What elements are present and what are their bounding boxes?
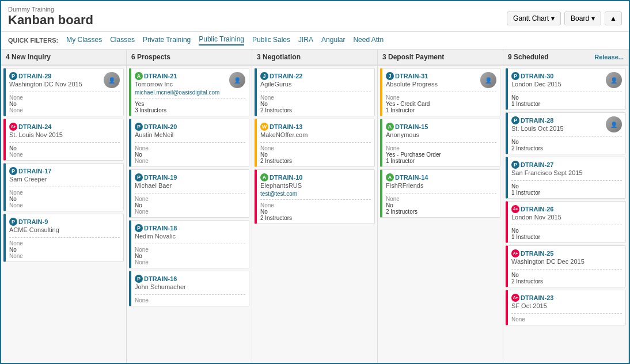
card-id-dtrain-26[interactable]: DTRAIN-26 <box>521 206 553 213</box>
board-button[interactable]: Board ▾ <box>564 12 601 25</box>
card-fields-dtrain-24: No None <box>9 145 120 158</box>
card-id-dtrain-31[interactable]: DTRAIN-31 <box>395 73 428 79</box>
collapse-button[interactable]: ▲ <box>605 12 622 25</box>
card-fields-dtrain-10: None No 2 Instructors <box>260 202 371 221</box>
badge-dtrain-30: P <box>511 72 519 80</box>
card-dtrain-15: A DTRAIN-15 Anonymous None Yes - Purchas… <box>380 119 500 167</box>
card-id-dtrain-20[interactable]: DTRAIN-20 <box>144 123 177 130</box>
avatar-dtrain-30: 👤 <box>606 72 622 88</box>
badge-dtrain-15: A <box>386 123 394 131</box>
avatar-dtrain-21: 👤 <box>229 72 245 88</box>
card-id-dtrain-10[interactable]: DTRAIN-10 <box>270 174 302 181</box>
card-fields-dtrain-30: No 1 Instructor <box>511 94 622 107</box>
col-cards-negotiation: J DTRAIN-22 AgileGurus None No 2 Instruc… <box>252 66 377 363</box>
card-id-dtrain-9[interactable]: DTRAIN-9 <box>18 218 48 225</box>
gantt-chart-dropdown-icon: ▾ <box>551 14 555 22</box>
card-id-dtrain-18[interactable]: DTRAIN-18 <box>144 225 177 232</box>
release-link[interactable]: Release... <box>594 54 624 60</box>
card-id-dtrain-22[interactable]: DTRAIN-22 <box>270 73 302 79</box>
badge-dtrain-28: P <box>511 116 519 124</box>
card-title-dtrain-23: SF Oct 2015 <box>511 302 553 309</box>
card-dtrain-23: A♦ DTRAIN-23 SF Oct 2015 None <box>506 290 626 325</box>
card-title-dtrain-13: MakeNOffer.com <box>260 131 308 138</box>
avatar-dtrain-29: 👤 <box>104 72 120 88</box>
col-header-scheduled: 9 Scheduled Release... <box>503 50 628 66</box>
card-id-dtrain-28[interactable]: DTRAIN-28 <box>521 117 553 124</box>
card-id-dtrain-21[interactable]: DTRAIN-21 <box>144 73 177 79</box>
card-dtrain-28: P DTRAIN-28 St. Louis Oct 2015 👤 No 2 In… <box>506 112 626 154</box>
avatar-dtrain-31: 👤 <box>480 72 496 88</box>
gantt-chart-button[interactable]: Gantt Chart ▾ <box>507 12 561 25</box>
card-id-dtrain-30[interactable]: DTRAIN-30 <box>521 73 553 79</box>
card-id-dtrain-17[interactable]: DTRAIN-17 <box>18 168 51 175</box>
col-title-prospects: 6 Prospects <box>131 53 170 61</box>
card-title-dtrain-25: Washington DC Dec 2015 <box>511 258 585 265</box>
card-title-dtrain-15: Anonymous <box>386 131 428 138</box>
badge-dtrain-20: P <box>135 123 143 131</box>
card-dtrain-29: P DTRAIN-29 Washington DC Nov 2015 👤 Non… <box>3 68 124 116</box>
card-fields-dtrain-16: None <box>135 297 245 304</box>
col-cards-new-inquiry: P DTRAIN-29 Washington DC Nov 2015 👤 Non… <box>1 66 126 363</box>
qf-public-training[interactable]: Public Training <box>199 35 244 46</box>
card-title-dtrain-9: ACME Consulting <box>9 226 59 233</box>
card-id-dtrain-25[interactable]: DTRAIN-25 <box>521 250 553 257</box>
badge-dtrain-17: P <box>9 167 17 175</box>
col-title-negotiation: 3 Negotiation <box>257 53 301 61</box>
page-title: Kanban board <box>8 13 93 28</box>
badge-dtrain-25: A♦ <box>511 249 519 257</box>
badge-dtrain-9: P <box>9 218 17 226</box>
card-id-dtrain-23[interactable]: DTRAIN-23 <box>521 294 553 301</box>
card-id-dtrain-13[interactable]: DTRAIN-13 <box>270 123 302 130</box>
card-dtrain-20: P DTRAIN-20 Austin McNeil None No None <box>129 119 249 167</box>
col-title-scheduled: 9 Scheduled <box>508 53 549 61</box>
card-dtrain-18: P DTRAIN-18 Nedim Novalic None No None <box>129 220 249 268</box>
card-id-dtrain-16[interactable]: DTRAIN-16 <box>144 275 177 282</box>
qf-public-sales[interactable]: Public Sales <box>252 36 290 45</box>
card-dtrain-17: P DTRAIN-17 Sam Creeper None No None <box>3 163 124 211</box>
card-title-dtrain-20: Austin McNeil <box>135 131 177 138</box>
qf-classes[interactable]: Classes <box>110 36 135 45</box>
badge-dtrain-13: W <box>260 123 268 131</box>
badge-dtrain-31: J <box>386 72 394 80</box>
card-fields-dtrain-13: None No 2 Instructors <box>260 145 371 164</box>
col-title-deposit-payment: 3 Deposit Payment <box>382 53 444 61</box>
badge-dtrain-23: A♦ <box>511 294 519 302</box>
qf-need-attn[interactable]: Need Attn <box>353 36 384 45</box>
card-id-dtrain-29[interactable]: DTRAIN-29 <box>18 73 51 79</box>
gantt-chart-label: Gantt Chart <box>513 14 549 22</box>
app-subtitle: Dummy Training <box>8 6 93 13</box>
card-id-dtrain-24[interactable]: DTRAIN-24 <box>18 123 51 130</box>
card-fields-dtrain-21: Yes 3 Instructors <box>135 101 245 113</box>
card-id-dtrain-15[interactable]: DTRAIN-15 <box>395 123 428 130</box>
card-fields-dtrain-27: No 1 Instructor <box>511 183 622 196</box>
card-fields-dtrain-29: None No None <box>9 94 120 113</box>
card-fields-dtrain-18: None No None <box>135 247 245 266</box>
card-id-dtrain-19[interactable]: DTRAIN-19 <box>144 174 177 181</box>
card-title-dtrain-28: St. Louis Oct 2015 <box>511 125 564 132</box>
card-title-dtrain-31: Absolute Progress <box>386 81 438 88</box>
card-id-dtrain-27[interactable]: DTRAIN-27 <box>521 161 553 168</box>
badge-dtrain-10: A <box>260 173 268 181</box>
badge-dtrain-14: A <box>386 173 394 181</box>
card-id-dtrain-14[interactable]: DTRAIN-14 <box>395 174 428 181</box>
qf-angular[interactable]: Angular <box>321 36 345 45</box>
card-title-dtrain-10: ElephantsRUS <box>260 182 302 189</box>
card-title-dtrain-16: John Schumacher <box>135 283 186 290</box>
badge-dtrain-26: A♦ <box>511 205 519 213</box>
col-title-new-inquiry: 4 New Inquiry <box>6 53 51 61</box>
qf-private-training[interactable]: Private Training <box>143 36 191 45</box>
card-dtrain-21: A DTRAIN-21 Tomorrow Inc 👤 michael.mcnei… <box>129 68 249 116</box>
card-title-dtrain-14: FishRFriends <box>386 182 428 189</box>
card-fields-dtrain-17: None No None <box>9 189 120 208</box>
kanban-board: 4 New Inquiry P DTRAIN-29 Washington DC … <box>1 50 629 363</box>
card-title-dtrain-22: AgileGurus <box>260 81 302 88</box>
qf-my-classes[interactable]: My Classes <box>66 36 102 45</box>
card-fields-dtrain-25: No 2 Instructors <box>511 272 622 285</box>
qf-jira[interactable]: JIRA <box>298 36 313 45</box>
card-dtrain-9: P DTRAIN-9 ACME Consulting None No None <box>3 214 124 262</box>
badge-dtrain-21: A <box>135 72 143 80</box>
col-new-inquiry: 4 New Inquiry P DTRAIN-29 Washington DC … <box>1 50 127 363</box>
badge-dtrain-29: P <box>9 72 17 80</box>
card-fields-dtrain-20: None No None <box>135 145 245 164</box>
badge-dtrain-24: A♦ <box>9 123 17 131</box>
